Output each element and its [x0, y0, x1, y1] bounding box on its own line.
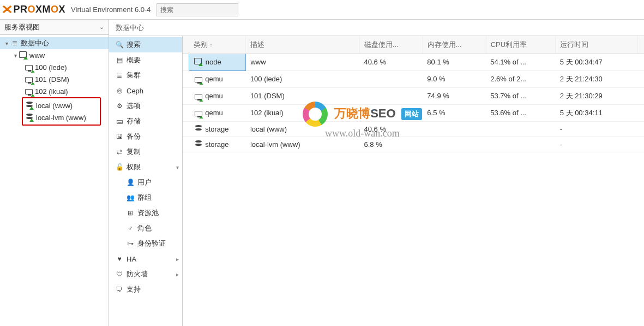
- cell-desc: 100 (lede): [246, 70, 360, 87]
- tree-datacenter[interactable]: ▾ ≣ 数据中心: [0, 37, 109, 49]
- nav-角色[interactable]: ♂角色: [109, 221, 182, 236]
- nav-复制[interactable]: ⇄复制: [109, 144, 182, 159]
- top-bar: ✕ PROXMOX Virtual Environment 6.0-4: [0, 0, 644, 20]
- tree-label: www: [28, 51, 45, 60]
- nav-备份[interactable]: 🖫备份: [109, 129, 182, 144]
- expand-icon[interactable]: ▾: [176, 164, 179, 170]
- nav-资源池[interactable]: ⊞资源池: [109, 205, 182, 221]
- nav-搜索[interactable]: 🔍搜索: [109, 37, 182, 52]
- nav-label: 集群: [124, 70, 141, 80]
- nav-label: 搜索: [124, 40, 141, 50]
- nav-icon: ⊞: [125, 209, 135, 217]
- cell-type: storage: [189, 121, 246, 137]
- nav-label: 角色: [135, 224, 152, 233]
- brand-text: O: [51, 4, 59, 15]
- nav-存储[interactable]: 🖴存储: [109, 114, 182, 129]
- grid-row[interactable]: storage local-lvm (www) 6.8 % -: [183, 137, 644, 152]
- config-sidebar: 🔍搜索▤概要≣集群◎Ceph⚙选项🖴存储🖫备份⇄复制🔓权限▾👤用户👥群组⊞资源池…: [109, 36, 183, 326]
- nav-icon: ♂: [125, 224, 135, 232]
- nav-权限[interactable]: 🔓权限▾: [109, 159, 182, 175]
- nav-选项[interactable]: ⚙选项: [109, 98, 182, 114]
- col-header[interactable]: 描述: [246, 36, 360, 54]
- logo-x-icon: ✕: [1, 3, 13, 17]
- cell-mem: 9.0 %: [423, 70, 486, 87]
- nav-icon: ▤: [115, 56, 124, 64]
- nav-用户[interactable]: 👤用户: [109, 175, 182, 190]
- cell-disk: [359, 70, 423, 87]
- collapse-icon[interactable]: ▾: [12, 52, 19, 58]
- cell-desc: www: [246, 54, 360, 70]
- resource-tree: ▾ ≣ 数据中心 ▾ www 100 (lede) 101 (DSM) 102 …: [0, 35, 109, 326]
- nav-身份验证[interactable]: 🗝身份验证: [109, 236, 182, 251]
- col-header[interactable]: 内存使用...: [423, 36, 486, 54]
- cell-uptime: -: [556, 121, 638, 137]
- nav-label: Ceph: [124, 87, 143, 95]
- view-selector[interactable]: 服务器视图 ⌄: [0, 20, 109, 35]
- grid-row[interactable]: qemu 100 (lede) 9.0 % 2.6% of 2... 2 天 2…: [183, 70, 644, 87]
- cell-desc: local-lvm (www): [246, 137, 360, 152]
- breadcrumb-label: 数据中心: [116, 23, 144, 33]
- nav-icon: 🗨: [115, 286, 124, 293]
- nav-集群[interactable]: ≣集群: [109, 68, 182, 83]
- grid-row[interactable]: qemu 102 (ikuai) 6.5 % 53.6% of ... 5 天 …: [183, 104, 644, 121]
- datacenter-icon: ≣: [10, 39, 20, 47]
- tree-label: 102 (ikuai): [34, 87, 68, 96]
- cell-type: storage: [189, 137, 246, 152]
- col-header[interactable]: 运行时间: [556, 36, 638, 54]
- nav-Ceph[interactable]: ◎Ceph: [109, 83, 182, 98]
- expand-icon[interactable]: ▸: [176, 256, 179, 262]
- col-header[interactable]: 磁盘使用...: [359, 36, 423, 54]
- nav-icon: 🛡: [115, 270, 124, 278]
- nav-群组[interactable]: 👥群组: [109, 190, 182, 205]
- collapse-icon[interactable]: ▾: [3, 40, 10, 46]
- nav-icon: ⇄: [115, 148, 124, 156]
- nav-HA[interactable]: ♥HA▸: [109, 251, 182, 266]
- nav-icon: ◎: [115, 87, 124, 94]
- vm-icon: [24, 87, 34, 95]
- nav-概要[interactable]: ▤概要: [109, 52, 182, 68]
- global-search-input[interactable]: [157, 3, 238, 16]
- grid-row[interactable]: storage local (www) 40.6 % -: [183, 121, 644, 137]
- storage-icon: [25, 102, 35, 110]
- tree-vm[interactable]: 101 (DSM): [0, 73, 109, 85]
- tree-storage[interactable]: local-lvm (www): [23, 111, 100, 123]
- highlight-annotation: local (www) local-lvm (www): [22, 97, 101, 126]
- col-header[interactable]: CPU利用率: [486, 36, 555, 54]
- cell-mem: [423, 137, 486, 152]
- cell-desc: local (www): [246, 121, 360, 137]
- cell-uptime: 5 天 00:34:47: [556, 54, 638, 70]
- tree-node[interactable]: ▾ www: [0, 49, 109, 61]
- view-selector-label: 服务器视图: [4, 22, 40, 32]
- nav-icon: ⚙: [115, 102, 124, 110]
- grid-row[interactable]: node www 40.6 % 80.1 % 54.1% of ... 5 天 …: [183, 54, 644, 70]
- storage-icon: [25, 114, 35, 122]
- cell-disk: 6.8 %: [359, 137, 423, 152]
- grid-row[interactable]: qemu 101 (DSM) 74.9 % 53.7% of ... 2 天 2…: [183, 87, 644, 104]
- tree-storage[interactable]: local (www): [23, 99, 100, 111]
- vm-icon: [24, 75, 34, 83]
- col-header[interactable]: 类别↑: [189, 36, 246, 54]
- cell-mem: 80.1 %: [423, 54, 486, 70]
- cell-uptime: 2 天 21:24:30: [556, 70, 638, 87]
- cell-type: node: [189, 54, 246, 70]
- nav-icon: 🖴: [115, 117, 124, 125]
- sort-asc-icon: ↑: [210, 42, 213, 48]
- nav-label: 资源池: [135, 209, 159, 218]
- nav-支持[interactable]: 🗨支持: [109, 282, 182, 297]
- nav-label: 选项: [124, 101, 141, 111]
- tree-vm[interactable]: 100 (lede): [0, 61, 109, 73]
- tree-vm[interactable]: 102 (ikuai): [0, 85, 109, 97]
- search-grid: 类别↑描述磁盘使用...内存使用...CPU利用率运行时间 node www 4…: [183, 36, 644, 326]
- cell-mem: 6.5 %: [423, 104, 486, 121]
- expand-icon[interactable]: ▸: [176, 271, 179, 277]
- nav-label: 权限: [124, 162, 141, 172]
- cell-desc: 102 (ikuai): [246, 104, 360, 121]
- cell-mem: 74.9 %: [423, 87, 486, 104]
- nav-icon: ≣: [115, 72, 124, 79]
- nav-防火墙[interactable]: 🛡防火墙▸: [109, 266, 182, 282]
- nav-label: HA: [124, 255, 136, 263]
- nav-icon: 🖫: [115, 133, 124, 140]
- nav-label: 复制: [124, 147, 141, 157]
- left-panel: 服务器视图 ⌄ ▾ ≣ 数据中心 ▾ www 100 (lede) 101 (D…: [0, 20, 109, 326]
- nav-icon: 🔓: [115, 163, 124, 171]
